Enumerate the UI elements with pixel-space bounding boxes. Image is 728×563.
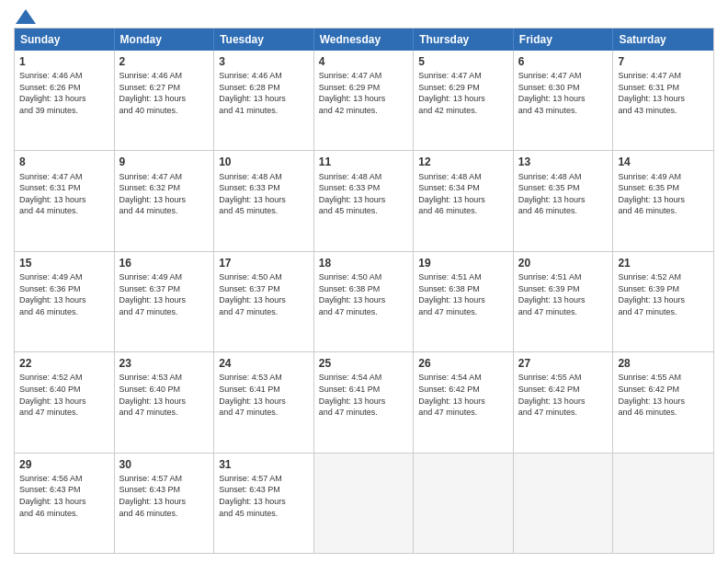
day-number: 15 — [19, 256, 109, 270]
day-info: Sunrise: 4:49 AMSunset: 6:37 PMDaylight:… — [119, 271, 210, 317]
day-number: 28 — [618, 356, 709, 371]
empty-cell-4-3 — [314, 454, 415, 553]
day-info: Sunrise: 4:51 AMSunset: 6:38 PMDaylight:… — [418, 271, 508, 317]
day-cell-2: 2Sunrise: 4:46 AMSunset: 6:27 PMDaylight… — [115, 51, 215, 150]
day-cell-4: 4Sunrise: 4:47 AMSunset: 6:29 PMDaylight… — [314, 51, 415, 150]
day-cell-11: 11Sunrise: 4:48 AMSunset: 6:33 PMDayligh… — [314, 151, 415, 250]
day-info: Sunrise: 4:47 AMSunset: 6:31 PMDaylight:… — [618, 70, 709, 116]
day-info: Sunrise: 4:54 AMSunset: 6:41 PMDaylight:… — [319, 372, 409, 418]
header-day-friday: Friday — [514, 29, 614, 51]
day-number: 19 — [418, 256, 508, 270]
day-info: Sunrise: 4:49 AMSunset: 6:36 PMDaylight:… — [19, 271, 109, 317]
empty-cell-4-6 — [613, 454, 713, 553]
day-cell-22: 22Sunrise: 4:52 AMSunset: 6:40 PMDayligh… — [15, 352, 115, 452]
svg-marker-0 — [16, 9, 36, 24]
day-cell-9: 9Sunrise: 4:47 AMSunset: 6:32 PMDaylight… — [115, 151, 215, 250]
day-cell-1: 1Sunrise: 4:46 AMSunset: 6:26 PMDaylight… — [15, 51, 115, 150]
day-number: 17 — [219, 256, 309, 270]
day-info: Sunrise: 4:57 AMSunset: 6:43 PMDaylight:… — [219, 473, 309, 519]
day-info: Sunrise: 4:55 AMSunset: 6:42 PMDaylight:… — [618, 372, 709, 418]
day-cell-27: 27Sunrise: 4:55 AMSunset: 6:42 PMDayligh… — [514, 352, 614, 452]
day-number: 7 — [618, 54, 709, 69]
day-number: 4 — [319, 54, 409, 69]
day-cell-3: 3Sunrise: 4:46 AMSunset: 6:28 PMDaylight… — [214, 51, 314, 150]
day-cell-30: 30Sunrise: 4:57 AMSunset: 6:43 PMDayligh… — [115, 454, 215, 553]
day-number: 27 — [518, 356, 609, 371]
logo — [14, 9, 36, 20]
day-cell-8: 8Sunrise: 4:47 AMSunset: 6:31 PMDaylight… — [15, 151, 115, 250]
day-info: Sunrise: 4:53 AMSunset: 6:41 PMDaylight:… — [219, 372, 309, 418]
day-info: Sunrise: 4:55 AMSunset: 6:42 PMDaylight:… — [518, 372, 609, 418]
day-info: Sunrise: 4:46 AMSunset: 6:28 PMDaylight:… — [219, 70, 309, 116]
day-cell-17: 17Sunrise: 4:50 AMSunset: 6:37 PMDayligh… — [214, 252, 314, 351]
day-number: 12 — [418, 155, 508, 169]
day-info: Sunrise: 4:53 AMSunset: 6:40 PMDaylight:… — [119, 372, 210, 418]
day-number: 5 — [418, 54, 508, 69]
calendar-body: 1Sunrise: 4:46 AMSunset: 6:26 PMDaylight… — [15, 51, 713, 553]
header-day-saturday: Saturday — [613, 29, 713, 51]
day-cell-29: 29Sunrise: 4:56 AMSunset: 6:43 PMDayligh… — [15, 454, 115, 553]
day-cell-31: 31Sunrise: 4:57 AMSunset: 6:43 PMDayligh… — [214, 454, 314, 553]
day-number: 18 — [319, 256, 409, 270]
day-cell-14: 14Sunrise: 4:49 AMSunset: 6:35 PMDayligh… — [613, 151, 713, 250]
day-cell-25: 25Sunrise: 4:54 AMSunset: 6:41 PMDayligh… — [314, 352, 415, 452]
week-row-2: 8Sunrise: 4:47 AMSunset: 6:31 PMDaylight… — [15, 150, 713, 250]
day-number: 1 — [19, 54, 109, 69]
day-number: 13 — [518, 155, 609, 169]
day-number: 25 — [319, 356, 409, 371]
day-info: Sunrise: 4:50 AMSunset: 6:38 PMDaylight:… — [319, 271, 409, 317]
day-info: Sunrise: 4:47 AMSunset: 6:30 PMDaylight:… — [518, 70, 609, 116]
day-number: 31 — [219, 457, 309, 472]
day-info: Sunrise: 4:52 AMSunset: 6:40 PMDaylight:… — [19, 372, 109, 418]
day-cell-21: 21Sunrise: 4:52 AMSunset: 6:39 PMDayligh… — [613, 252, 713, 351]
day-number: 6 — [518, 54, 609, 69]
day-cell-7: 7Sunrise: 4:47 AMSunset: 6:31 PMDaylight… — [613, 51, 713, 150]
day-number: 10 — [219, 155, 309, 169]
day-cell-24: 24Sunrise: 4:53 AMSunset: 6:41 PMDayligh… — [214, 352, 314, 452]
day-info: Sunrise: 4:49 AMSunset: 6:35 PMDaylight:… — [618, 171, 709, 217]
day-info: Sunrise: 4:54 AMSunset: 6:42 PMDaylight:… — [418, 372, 508, 418]
day-info: Sunrise: 4:56 AMSunset: 6:43 PMDaylight:… — [19, 473, 109, 519]
day-number: 22 — [19, 356, 109, 371]
day-cell-23: 23Sunrise: 4:53 AMSunset: 6:40 PMDayligh… — [115, 352, 215, 452]
day-number: 24 — [219, 356, 309, 371]
day-cell-18: 18Sunrise: 4:50 AMSunset: 6:38 PMDayligh… — [314, 252, 415, 351]
day-info: Sunrise: 4:52 AMSunset: 6:39 PMDaylight:… — [618, 271, 709, 317]
day-number: 11 — [319, 155, 409, 169]
day-cell-16: 16Sunrise: 4:49 AMSunset: 6:37 PMDayligh… — [115, 252, 215, 351]
day-number: 21 — [618, 256, 709, 270]
day-cell-19: 19Sunrise: 4:51 AMSunset: 6:38 PMDayligh… — [414, 252, 514, 351]
week-row-5: 29Sunrise: 4:56 AMSunset: 6:43 PMDayligh… — [15, 453, 713, 553]
day-info: Sunrise: 4:47 AMSunset: 6:31 PMDaylight:… — [19, 171, 109, 217]
day-info: Sunrise: 4:51 AMSunset: 6:39 PMDaylight:… — [518, 271, 609, 317]
day-number: 8 — [19, 155, 109, 169]
day-cell-20: 20Sunrise: 4:51 AMSunset: 6:39 PMDayligh… — [514, 252, 614, 351]
day-number: 29 — [19, 457, 109, 472]
day-cell-6: 6Sunrise: 4:47 AMSunset: 6:30 PMDaylight… — [514, 51, 614, 150]
day-info: Sunrise: 4:47 AMSunset: 6:29 PMDaylight:… — [319, 70, 409, 116]
day-number: 9 — [119, 155, 210, 169]
calendar-header: SundayMondayTuesdayWednesdayThursdayFrid… — [15, 29, 713, 51]
day-info: Sunrise: 4:57 AMSunset: 6:43 PMDaylight:… — [119, 473, 210, 519]
day-number: 26 — [418, 356, 508, 371]
day-info: Sunrise: 4:48 AMSunset: 6:33 PMDaylight:… — [319, 171, 409, 217]
day-info: Sunrise: 4:46 AMSunset: 6:26 PMDaylight:… — [19, 70, 109, 116]
day-cell-28: 28Sunrise: 4:55 AMSunset: 6:42 PMDayligh… — [613, 352, 713, 452]
day-number: 20 — [518, 256, 609, 270]
day-cell-13: 13Sunrise: 4:48 AMSunset: 6:35 PMDayligh… — [514, 151, 614, 250]
day-info: Sunrise: 4:50 AMSunset: 6:37 PMDaylight:… — [219, 271, 309, 317]
calendar: SundayMondayTuesdayWednesdayThursdayFrid… — [14, 28, 714, 554]
day-info: Sunrise: 4:48 AMSunset: 6:33 PMDaylight:… — [219, 171, 309, 217]
day-cell-26: 26Sunrise: 4:54 AMSunset: 6:42 PMDayligh… — [414, 352, 514, 452]
header-day-wednesday: Wednesday — [314, 29, 415, 51]
logo-icon — [16, 9, 36, 24]
day-number: 3 — [219, 54, 309, 69]
day-info: Sunrise: 4:47 AMSunset: 6:29 PMDaylight:… — [418, 70, 508, 116]
day-number: 14 — [618, 155, 709, 169]
empty-cell-4-4 — [414, 454, 514, 553]
week-row-3: 15Sunrise: 4:49 AMSunset: 6:36 PMDayligh… — [15, 251, 713, 351]
page: SundayMondayTuesdayWednesdayThursdayFrid… — [0, 0, 728, 563]
day-info: Sunrise: 4:48 AMSunset: 6:35 PMDaylight:… — [518, 171, 609, 217]
header — [14, 9, 714, 20]
day-number: 2 — [119, 54, 210, 69]
